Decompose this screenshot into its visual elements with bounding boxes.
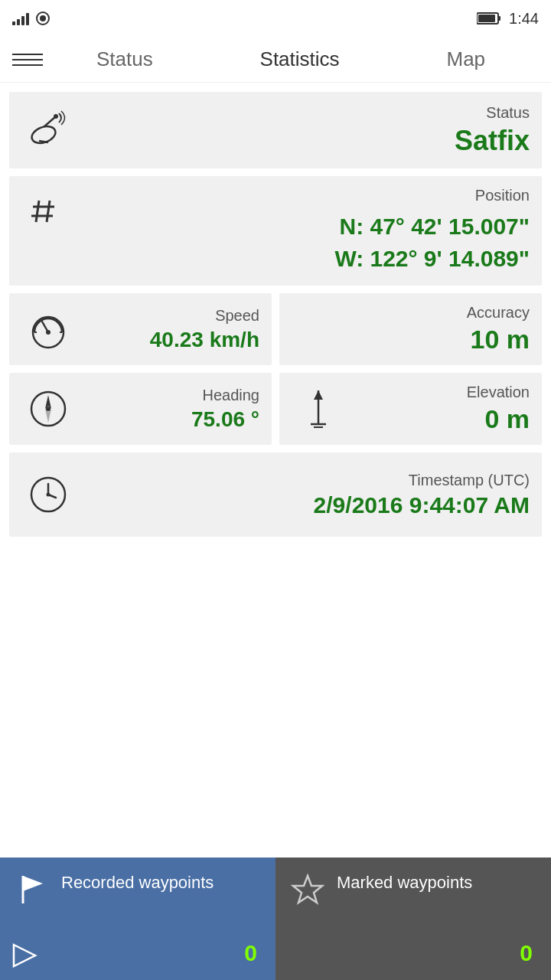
tab-status[interactable]: Status [90,44,159,74]
svg-line-9 [36,201,39,222]
status-bar: 1:44 [0,0,551,37]
svg-rect-3 [498,16,500,21]
speed-label: Speed [215,307,259,325]
nav-tabs: Status Statistics Map [43,44,539,74]
main-content: Status Satfix Position N: 47° 42' 15.007… [0,83,551,546]
speed-card: Speed 40.23 km/h [9,293,272,365]
timestamp-value: 2/9/2016 9:44:07 AM [314,492,530,518]
accuracy-value: 10 m [471,325,530,354]
satellite-icon [21,109,75,152]
svg-line-10 [47,201,50,222]
speed-value: 40.23 km/h [150,328,259,352]
heading-elevation-row: Heading 75.06 ° Elevation 0 m [9,373,542,445]
heading-label: Heading [202,387,259,404]
position-lon: W: 122° 9' 14.089" [334,243,530,275]
hash-icon [21,190,75,233]
accuracy-label: Accuracy [467,304,530,322]
svg-marker-32 [23,876,43,891]
bottom-bar: Recorded waypoints 0 Marked waypoints 0 [0,858,551,980]
heading-value: 75.06 ° [191,407,259,432]
speed-content: Speed 40.23 km/h [75,307,259,352]
marked-waypoints-button[interactable]: Marked waypoints 0 [276,858,551,980]
svg-marker-33 [14,945,35,966]
recorded-waypoints-count: 0 [244,940,257,966]
speed-accuracy-row: Speed 40.23 km/h Accuracy 10 m [9,293,542,365]
record-icon [35,11,51,26]
accuracy-card: Accuracy 10 m [279,293,542,365]
status-bar-right: 1:44 [477,10,539,28]
star-icon [291,873,324,906]
recorded-waypoints-button[interactable]: Recorded waypoints 0 [0,858,276,980]
elevation-label: Elevation [467,384,530,401]
timestamp-card: Timestamp (UTC) 2/9/2016 9:44:07 AM [9,452,542,537]
elevation-value: 0 m [484,404,530,434]
signal-icon [12,11,29,25]
timestamp-content: Timestamp (UTC) 2/9/2016 9:44:07 AM [75,472,530,518]
battery-icon [477,11,501,25]
heading-card: Heading 75.06 ° [9,373,272,445]
svg-point-30 [47,493,51,497]
heading-content: Heading 75.06 ° [75,387,259,432]
svg-line-6 [44,116,56,127]
status-value: Satfix [455,125,530,157]
elevation-content: Elevation 0 m [345,384,530,434]
accuracy-content: Accuracy 10 m [292,304,530,354]
svg-marker-24 [314,390,323,400]
tab-map[interactable]: Map [440,44,491,74]
play-icon [11,942,38,969]
marked-waypoints-count: 0 [520,940,533,966]
status-bar-left [12,11,51,26]
top-nav: Status Statistics Map [0,37,551,83]
status-card-content: Status Satfix [75,104,530,157]
flag-icon [15,873,49,906]
tab-statistics[interactable]: Statistics [254,44,346,74]
timestamp-label: Timestamp (UTC) [409,472,530,489]
position-card-content: Position N: 47° 42' 15.007" W: 122° 9' 1… [75,187,530,275]
elevation-icon [292,389,345,429]
speedometer-icon [21,309,75,349]
status-card: Status Satfix [9,92,542,168]
clock-icon [21,475,75,514]
recorded-waypoints-label: Recorded waypoints [61,873,260,893]
position-card: Position N: 47° 42' 15.007" W: 122° 9' 1… [9,176,542,286]
position-label: Position [475,187,530,204]
svg-rect-4 [478,15,495,22]
hamburger-menu[interactable] [12,54,43,66]
svg-point-22 [46,407,51,411]
svg-marker-34 [293,876,322,903]
svg-point-7 [54,114,58,119]
time-display: 1:44 [509,10,539,28]
status-label: Status [486,104,530,122]
marked-waypoints-label: Marked waypoints [337,873,536,893]
elevation-card: Elevation 0 m [279,373,542,445]
svg-point-15 [46,330,51,335]
compass-icon [21,389,75,429]
position-lat: N: 47° 42' 15.007" [339,211,530,243]
svg-point-1 [40,15,46,21]
